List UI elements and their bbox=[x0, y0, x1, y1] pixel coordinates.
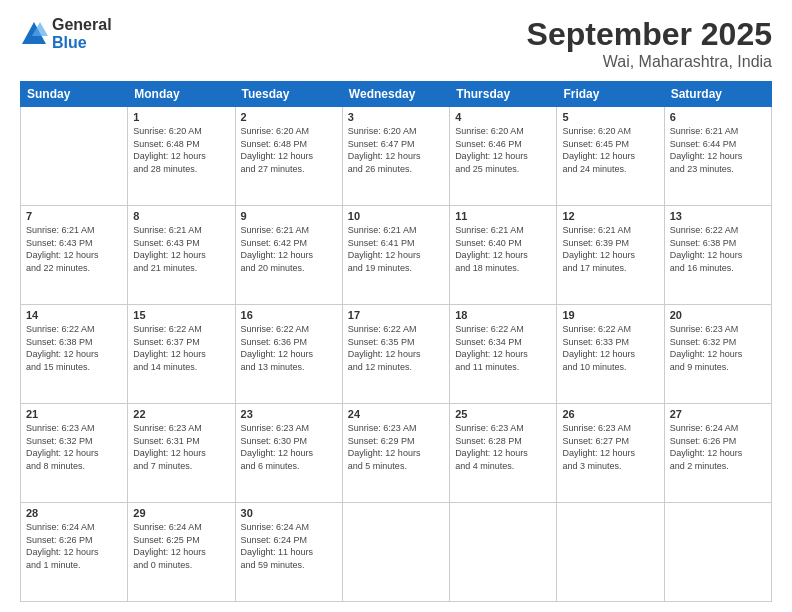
day-info: Sunrise: 6:23 AM Sunset: 6:27 PM Dayligh… bbox=[562, 422, 658, 472]
day-number: 20 bbox=[670, 309, 766, 321]
col-thursday: Thursday bbox=[450, 82, 557, 107]
day-number: 9 bbox=[241, 210, 337, 222]
calendar-cell: 6Sunrise: 6:21 AM Sunset: 6:44 PM Daylig… bbox=[664, 107, 771, 206]
day-number: 12 bbox=[562, 210, 658, 222]
day-info: Sunrise: 6:23 AM Sunset: 6:30 PM Dayligh… bbox=[241, 422, 337, 472]
day-number: 19 bbox=[562, 309, 658, 321]
day-info: Sunrise: 6:21 AM Sunset: 6:42 PM Dayligh… bbox=[241, 224, 337, 274]
day-info: Sunrise: 6:20 AM Sunset: 6:45 PM Dayligh… bbox=[562, 125, 658, 175]
calendar-table: Sunday Monday Tuesday Wednesday Thursday… bbox=[20, 81, 772, 602]
day-info: Sunrise: 6:21 AM Sunset: 6:44 PM Dayligh… bbox=[670, 125, 766, 175]
day-number: 10 bbox=[348, 210, 444, 222]
calendar-week-row: 21Sunrise: 6:23 AM Sunset: 6:32 PM Dayli… bbox=[21, 404, 772, 503]
calendar-cell: 11Sunrise: 6:21 AM Sunset: 6:40 PM Dayli… bbox=[450, 206, 557, 305]
day-info: Sunrise: 6:21 AM Sunset: 6:43 PM Dayligh… bbox=[133, 224, 229, 274]
day-info: Sunrise: 6:20 AM Sunset: 6:47 PM Dayligh… bbox=[348, 125, 444, 175]
calendar-cell: 10Sunrise: 6:21 AM Sunset: 6:41 PM Dayli… bbox=[342, 206, 449, 305]
day-info: Sunrise: 6:20 AM Sunset: 6:46 PM Dayligh… bbox=[455, 125, 551, 175]
col-wednesday: Wednesday bbox=[342, 82, 449, 107]
calendar-cell: 30Sunrise: 6:24 AM Sunset: 6:24 PM Dayli… bbox=[235, 503, 342, 602]
day-info: Sunrise: 6:23 AM Sunset: 6:28 PM Dayligh… bbox=[455, 422, 551, 472]
day-info: Sunrise: 6:22 AM Sunset: 6:34 PM Dayligh… bbox=[455, 323, 551, 373]
title-block: September 2025 Wai, Maharashtra, India bbox=[527, 16, 772, 71]
title-month: September 2025 bbox=[527, 16, 772, 53]
calendar-cell: 4Sunrise: 6:20 AM Sunset: 6:46 PM Daylig… bbox=[450, 107, 557, 206]
calendar-cell: 29Sunrise: 6:24 AM Sunset: 6:25 PM Dayli… bbox=[128, 503, 235, 602]
day-number: 29 bbox=[133, 507, 229, 519]
day-info: Sunrise: 6:23 AM Sunset: 6:31 PM Dayligh… bbox=[133, 422, 229, 472]
col-saturday: Saturday bbox=[664, 82, 771, 107]
calendar-cell: 26Sunrise: 6:23 AM Sunset: 6:27 PM Dayli… bbox=[557, 404, 664, 503]
calendar-cell bbox=[664, 503, 771, 602]
day-info: Sunrise: 6:22 AM Sunset: 6:36 PM Dayligh… bbox=[241, 323, 337, 373]
day-number: 21 bbox=[26, 408, 122, 420]
day-number: 4 bbox=[455, 111, 551, 123]
logo: General Blue bbox=[20, 16, 112, 51]
day-number: 13 bbox=[670, 210, 766, 222]
day-info: Sunrise: 6:24 AM Sunset: 6:26 PM Dayligh… bbox=[26, 521, 122, 571]
day-info: Sunrise: 6:22 AM Sunset: 6:38 PM Dayligh… bbox=[670, 224, 766, 274]
day-info: Sunrise: 6:22 AM Sunset: 6:37 PM Dayligh… bbox=[133, 323, 229, 373]
calendar-cell: 7Sunrise: 6:21 AM Sunset: 6:43 PM Daylig… bbox=[21, 206, 128, 305]
calendar-week-row: 14Sunrise: 6:22 AM Sunset: 6:38 PM Dayli… bbox=[21, 305, 772, 404]
day-number: 1 bbox=[133, 111, 229, 123]
calendar-week-row: 7Sunrise: 6:21 AM Sunset: 6:43 PM Daylig… bbox=[21, 206, 772, 305]
day-number: 16 bbox=[241, 309, 337, 321]
day-info: Sunrise: 6:22 AM Sunset: 6:33 PM Dayligh… bbox=[562, 323, 658, 373]
day-number: 5 bbox=[562, 111, 658, 123]
day-number: 3 bbox=[348, 111, 444, 123]
calendar-cell: 12Sunrise: 6:21 AM Sunset: 6:39 PM Dayli… bbox=[557, 206, 664, 305]
day-number: 11 bbox=[455, 210, 551, 222]
day-number: 14 bbox=[26, 309, 122, 321]
logo-text: General Blue bbox=[52, 16, 112, 51]
day-number: 17 bbox=[348, 309, 444, 321]
calendar-cell: 19Sunrise: 6:22 AM Sunset: 6:33 PM Dayli… bbox=[557, 305, 664, 404]
day-info: Sunrise: 6:23 AM Sunset: 6:32 PM Dayligh… bbox=[670, 323, 766, 373]
calendar-cell: 1Sunrise: 6:20 AM Sunset: 6:48 PM Daylig… bbox=[128, 107, 235, 206]
calendar-cell: 14Sunrise: 6:22 AM Sunset: 6:38 PM Dayli… bbox=[21, 305, 128, 404]
calendar-cell: 22Sunrise: 6:23 AM Sunset: 6:31 PM Dayli… bbox=[128, 404, 235, 503]
day-info: Sunrise: 6:22 AM Sunset: 6:38 PM Dayligh… bbox=[26, 323, 122, 373]
day-number: 23 bbox=[241, 408, 337, 420]
day-info: Sunrise: 6:23 AM Sunset: 6:32 PM Dayligh… bbox=[26, 422, 122, 472]
day-number: 18 bbox=[455, 309, 551, 321]
calendar-cell: 15Sunrise: 6:22 AM Sunset: 6:37 PM Dayli… bbox=[128, 305, 235, 404]
title-location: Wai, Maharashtra, India bbox=[527, 53, 772, 71]
header: General Blue September 2025 Wai, Maharas… bbox=[20, 16, 772, 71]
calendar-cell: 17Sunrise: 6:22 AM Sunset: 6:35 PM Dayli… bbox=[342, 305, 449, 404]
page: General Blue September 2025 Wai, Maharas… bbox=[0, 0, 792, 612]
day-number: 15 bbox=[133, 309, 229, 321]
logo-general: General bbox=[52, 16, 112, 34]
calendar-cell: 16Sunrise: 6:22 AM Sunset: 6:36 PM Dayli… bbox=[235, 305, 342, 404]
calendar-cell: 8Sunrise: 6:21 AM Sunset: 6:43 PM Daylig… bbox=[128, 206, 235, 305]
calendar-cell: 23Sunrise: 6:23 AM Sunset: 6:30 PM Dayli… bbox=[235, 404, 342, 503]
logo-blue: Blue bbox=[52, 34, 112, 52]
calendar-cell bbox=[450, 503, 557, 602]
day-info: Sunrise: 6:20 AM Sunset: 6:48 PM Dayligh… bbox=[241, 125, 337, 175]
calendar-cell: 9Sunrise: 6:21 AM Sunset: 6:42 PM Daylig… bbox=[235, 206, 342, 305]
calendar-week-row: 1Sunrise: 6:20 AM Sunset: 6:48 PM Daylig… bbox=[21, 107, 772, 206]
calendar-cell: 3Sunrise: 6:20 AM Sunset: 6:47 PM Daylig… bbox=[342, 107, 449, 206]
day-number: 28 bbox=[26, 507, 122, 519]
day-number: 24 bbox=[348, 408, 444, 420]
calendar-header-row: Sunday Monday Tuesday Wednesday Thursday… bbox=[21, 82, 772, 107]
calendar-cell bbox=[21, 107, 128, 206]
day-number: 6 bbox=[670, 111, 766, 123]
day-number: 7 bbox=[26, 210, 122, 222]
day-info: Sunrise: 6:21 AM Sunset: 6:40 PM Dayligh… bbox=[455, 224, 551, 274]
day-number: 27 bbox=[670, 408, 766, 420]
day-info: Sunrise: 6:23 AM Sunset: 6:29 PM Dayligh… bbox=[348, 422, 444, 472]
day-info: Sunrise: 6:21 AM Sunset: 6:41 PM Dayligh… bbox=[348, 224, 444, 274]
calendar-cell: 25Sunrise: 6:23 AM Sunset: 6:28 PM Dayli… bbox=[450, 404, 557, 503]
day-number: 26 bbox=[562, 408, 658, 420]
col-friday: Friday bbox=[557, 82, 664, 107]
calendar-cell: 13Sunrise: 6:22 AM Sunset: 6:38 PM Dayli… bbox=[664, 206, 771, 305]
day-info: Sunrise: 6:20 AM Sunset: 6:48 PM Dayligh… bbox=[133, 125, 229, 175]
day-number: 22 bbox=[133, 408, 229, 420]
calendar-week-row: 28Sunrise: 6:24 AM Sunset: 6:26 PM Dayli… bbox=[21, 503, 772, 602]
calendar-cell: 18Sunrise: 6:22 AM Sunset: 6:34 PM Dayli… bbox=[450, 305, 557, 404]
calendar-cell bbox=[557, 503, 664, 602]
day-info: Sunrise: 6:21 AM Sunset: 6:39 PM Dayligh… bbox=[562, 224, 658, 274]
day-info: Sunrise: 6:24 AM Sunset: 6:24 PM Dayligh… bbox=[241, 521, 337, 571]
col-sunday: Sunday bbox=[21, 82, 128, 107]
